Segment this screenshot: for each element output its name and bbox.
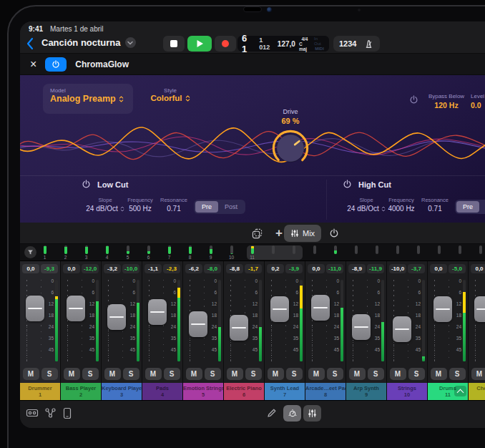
stop-button[interactable]: [163, 36, 185, 52]
fader-handle[interactable]: [107, 304, 126, 330]
fader[interactable]: 061218243545: [387, 276, 427, 366]
track-overview-strip[interactable]: 1234567891011: [20, 244, 485, 261]
mute-button[interactable]: M: [308, 368, 325, 380]
track-name-cell[interactable]: Pads 4: [142, 383, 182, 400]
volume-value[interactable]: 0,2: [267, 264, 284, 273]
solo-button[interactable]: S: [41, 368, 58, 380]
fader[interactable]: 061218243545: [469, 276, 485, 366]
fader[interactable]: 061218243545: [224, 276, 264, 366]
style-selector[interactable]: Style Colorful: [138, 87, 202, 102]
mute-button[interactable]: M: [227, 368, 243, 380]
fader[interactable]: 061218243545: [183, 276, 223, 366]
play-button[interactable]: [187, 36, 212, 52]
volume-value[interactable]: 0,0: [22, 264, 39, 273]
low-cut-resonance[interactable]: Resonance 0.71: [152, 197, 195, 213]
knob-view-icon[interactable]: [283, 405, 301, 422]
plugin-power-button[interactable]: [45, 57, 67, 72]
fader-handle[interactable]: [67, 296, 85, 321]
close-icon[interactable]: ×: [30, 59, 36, 70]
track-name-cell[interactable]: Keyboard Player 3: [102, 383, 142, 400]
solo-button[interactable]: S: [368, 368, 384, 380]
mute-button[interactable]: M: [349, 368, 366, 380]
fader[interactable]: 061218243545: [305, 276, 346, 366]
track-name-cell[interactable]: Strings 10: [387, 383, 427, 400]
volume-value[interactable]: -1,1: [144, 264, 162, 273]
device-icon[interactable]: [63, 407, 72, 419]
fader[interactable]: 061218243545: [346, 276, 386, 366]
mute-button[interactable]: M: [471, 368, 485, 380]
volume-value[interactable]: -8,8: [226, 264, 243, 273]
recorder-icon[interactable]: [26, 407, 39, 419]
bypass-below-control[interactable]: Bypass Below 120 Hz: [418, 93, 475, 109]
record-button[interactable]: [215, 36, 236, 52]
fader[interactable]: 061218243545: [61, 276, 101, 366]
post-button[interactable]: Post: [218, 201, 244, 213]
fader[interactable]: 061218243545: [265, 276, 305, 366]
count-in-button[interactable]: 1234: [339, 39, 356, 48]
fader-handle[interactable]: [26, 296, 44, 321]
faders-view-icon[interactable]: [303, 405, 321, 422]
pencil-icon[interactable]: [266, 407, 278, 419]
volume-value[interactable]: 0,0: [471, 264, 485, 273]
mute-button[interactable]: M: [104, 368, 121, 380]
pre-button[interactable]: Pre: [456, 201, 479, 213]
model-selector[interactable]: Model Analog Preamp: [43, 84, 133, 114]
track-name-cell[interactable]: Electric Piano 6: [224, 383, 264, 400]
fader-handle[interactable]: [352, 314, 371, 340]
song-title-menu[interactable]: Canción nocturna: [41, 37, 136, 48]
mute-button[interactable]: M: [186, 368, 202, 380]
fader-handle[interactable]: [433, 296, 452, 322]
mute-button[interactable]: M: [23, 368, 39, 380]
back-icon[interactable]: [26, 36, 39, 51]
fader[interactable]: 061218243545: [142, 276, 182, 366]
chevron-up-icon[interactable]: [454, 386, 466, 396]
fader-handle[interactable]: [189, 311, 207, 337]
solo-button[interactable]: S: [205, 368, 221, 380]
volume-value[interactable]: -8,9: [348, 264, 366, 273]
fader-handle[interactable]: [311, 295, 330, 321]
fader[interactable]: 061218243545: [428, 276, 468, 366]
high-cut-power-icon[interactable]: [343, 180, 352, 189]
track-name-cell[interactable]: Chorus V 12: [469, 383, 485, 400]
volume-value[interactable]: 0,0: [63, 264, 80, 273]
level-control[interactable]: Level 0.0: [471, 93, 485, 109]
track-name-cell[interactable]: Drummer 1: [20, 383, 60, 400]
mute-button[interactable]: M: [390, 368, 406, 380]
track-name-cell[interactable]: Bass Player 2: [61, 383, 101, 400]
solo-button[interactable]: S: [327, 368, 343, 380]
volume-value[interactable]: 0,0: [430, 264, 447, 273]
track-name-cell[interactable]: Synth Lead 7: [265, 383, 305, 400]
volume-value[interactable]: -6,2: [185, 264, 202, 273]
solo-button[interactable]: S: [82, 368, 99, 380]
fader-handle[interactable]: [270, 296, 289, 322]
fader-handle[interactable]: [148, 299, 167, 325]
drive-knob[interactable]: [270, 128, 310, 168]
high-cut-resonance[interactable]: Resonance 0.71: [413, 197, 456, 213]
track-name-cell[interactable]: Arcade…eet Pad 8: [305, 383, 346, 400]
power-icon[interactable]: [324, 225, 344, 241]
track-name-cell[interactable]: Drums 11: [428, 383, 468, 400]
track-name-cell[interactable]: Arp Synth 9: [346, 383, 386, 400]
fader-handle[interactable]: [474, 296, 485, 322]
mute-button[interactable]: M: [64, 368, 80, 380]
solo-button[interactable]: S: [123, 368, 139, 380]
fader[interactable]: 061218243545: [20, 276, 60, 366]
mix-button[interactable]: Mix: [284, 225, 321, 242]
solo-button[interactable]: S: [449, 368, 466, 380]
solo-button[interactable]: S: [408, 368, 425, 380]
fader-handle[interactable]: [230, 315, 248, 341]
metronome-icon[interactable]: [363, 39, 374, 49]
pre-button[interactable]: Pre: [195, 201, 218, 213]
solo-button[interactable]: S: [245, 368, 262, 380]
fader[interactable]: 061218243545: [102, 276, 142, 366]
lcd-display[interactable]: 6 1 1 012 127,0 4/4 C maj In Out MIDI: [237, 36, 329, 52]
volume-value[interactable]: -3,2: [104, 264, 121, 273]
mute-button[interactable]: M: [145, 368, 162, 380]
track-name-cell[interactable]: Emotion Strings 5: [183, 383, 223, 400]
solo-button[interactable]: S: [164, 368, 180, 380]
duplicate-icon[interactable]: [247, 225, 267, 241]
post-button[interactable]: Post: [479, 201, 485, 213]
routing-icon[interactable]: [44, 407, 57, 419]
solo-button[interactable]: S: [286, 368, 303, 380]
volume-value[interactable]: -10,0: [389, 264, 406, 273]
